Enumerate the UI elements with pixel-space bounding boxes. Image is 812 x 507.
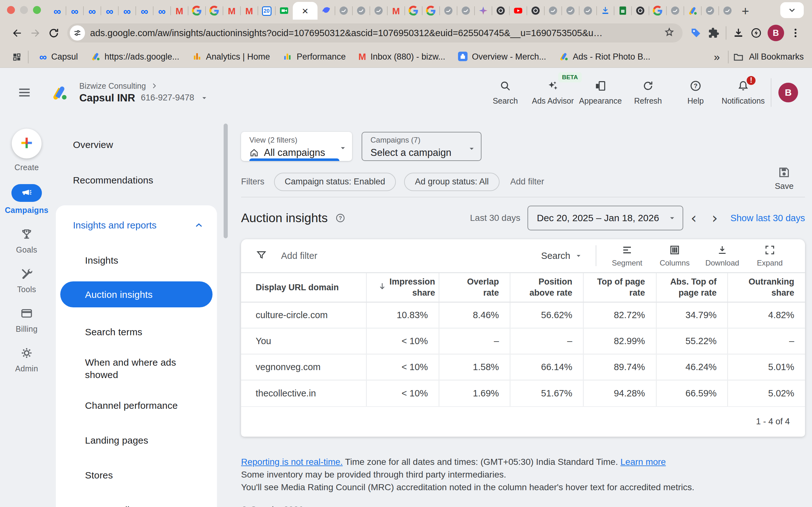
column-header[interactable]: Abs. Top of page rate <box>656 273 728 302</box>
rail-item-admin[interactable]: Admin <box>15 346 38 373</box>
bookmark-item[interactable]: ∞ Capsul <box>33 49 84 65</box>
browser-tab[interactable] <box>405 3 422 20</box>
previous-period-button[interactable]: ‹ <box>683 210 704 227</box>
address-bar[interactable]: ads.google.com/aw/insights/auctioninsigh… <box>67 23 682 43</box>
back-button[interactable] <box>8 24 26 42</box>
nav-sub-item-search-terms[interactable]: Search terms <box>56 321 217 342</box>
browser-tab[interactable] <box>527 3 544 20</box>
nav-sub-item-landing-pages[interactable]: Landing pages <box>56 430 217 451</box>
header-action-help[interactable]: ? Help <box>672 80 719 106</box>
nav-sub-item-auction-insights[interactable]: Auction insights <box>60 281 212 307</box>
browser-tab[interactable]: ∞ <box>118 3 136 20</box>
column-header[interactable]: Top of page rate <box>583 273 656 302</box>
browser-tab[interactable] <box>544 3 562 20</box>
browser-tab[interactable] <box>370 3 387 20</box>
active-tab[interactable]: × <box>293 2 317 20</box>
site-settings-icon[interactable] <box>70 25 85 41</box>
browser-tab[interactable] <box>422 3 440 20</box>
bookmark-star-icon[interactable] <box>664 26 675 39</box>
bookmark-item[interactable]: Overview - Merch... <box>452 49 553 65</box>
columns-button[interactable]: Columns <box>651 244 699 268</box>
nav-sub-item-channel-performance[interactable]: Channel performance <box>56 395 217 416</box>
rail-item-tools[interactable]: Tools <box>17 267 36 294</box>
browser-tab[interactable] <box>275 3 293 20</box>
browser-tab[interactable] <box>509 3 527 20</box>
browser-tab[interactable] <box>206 3 223 20</box>
bookmark-item[interactable]: https://ads.google... <box>84 49 186 65</box>
rail-item-campaigns[interactable]: Campaigns <box>5 184 48 215</box>
table-row[interactable]: thecollective.in< 10%1.69%51.67%94.28%66… <box>241 380 805 406</box>
browser-tab[interactable] <box>352 3 370 20</box>
bookmark-item[interactable]: Ads - Riot Photo B... <box>553 49 657 65</box>
browser-tab[interactable] <box>614 3 631 20</box>
browser-tab[interactable] <box>579 3 597 20</box>
nav-sub-item-report-editor[interactable]: Report editor <box>56 499 217 507</box>
browser-tab[interactable] <box>317 3 335 20</box>
browser-tab[interactable] <box>649 3 666 20</box>
browser-tab[interactable] <box>335 3 352 20</box>
table-search-button[interactable]: Search <box>541 250 583 261</box>
hamburger-menu-icon[interactable] <box>16 84 32 101</box>
manager-account-name[interactable]: Bizwize Consulting <box>79 81 146 91</box>
bookmark-item[interactable]: Performance <box>276 49 352 65</box>
help-circle-icon[interactable]: ? <box>335 213 345 223</box>
save-button[interactable]: Save <box>775 166 794 191</box>
all-bookmarks-button[interactable]: All Bookmarks <box>733 52 804 62</box>
breadcrumb[interactable]: Bizwize Consulting <box>79 81 209 91</box>
nav-scrollbar[interactable] <box>223 124 228 238</box>
rail-item-goals[interactable]: Goals <box>16 227 38 255</box>
browser-tab[interactable] <box>597 3 614 20</box>
browser-tab[interactable] <box>474 3 492 20</box>
browser-tab[interactable]: 20 <box>258 3 275 20</box>
browser-tab[interactable]: M <box>171 3 188 20</box>
table-row[interactable]: You< 10%––82.99%55.22%– <box>241 328 805 354</box>
nav-sub-item-stores[interactable]: Stores <box>56 464 217 486</box>
bookmark-item[interactable]: Analytics | Home <box>186 49 276 65</box>
next-period-button[interactable]: › <box>704 210 725 227</box>
nav-item-overview[interactable]: Overview <box>53 134 229 155</box>
show-last-30-days-link[interactable]: Show last 30 days <box>730 213 805 223</box>
browser-tab[interactable] <box>188 3 206 20</box>
browser-tab[interactable]: M <box>387 3 405 20</box>
new-tab-button[interactable]: + <box>736 3 755 20</box>
browser-tab[interactable]: M <box>241 3 258 20</box>
filter-funnel-icon[interactable] <box>256 249 267 262</box>
create-button[interactable] <box>12 129 42 158</box>
segment-button[interactable]: Segment <box>603 244 651 268</box>
campaign-select-dropdown[interactable]: Campaigns (7) Select a campaign <box>362 132 481 161</box>
browser-tab[interactable] <box>701 3 719 20</box>
browser-tab[interactable]: M <box>223 3 241 20</box>
browser-menu-button[interactable] <box>786 24 804 42</box>
browser-tab[interactable] <box>684 3 701 20</box>
learn-more-link[interactable]: Learn more <box>620 457 666 467</box>
browser-tab[interactable]: ∞ <box>66 3 84 20</box>
view-filter-dropdown[interactable]: View (2 filters) All campaigns <box>241 132 352 161</box>
extensions-puzzle-icon[interactable] <box>705 24 722 42</box>
browser-tab[interactable] <box>631 3 649 20</box>
browser-tab[interactable] <box>457 3 474 20</box>
browser-tab[interactable] <box>492 3 509 20</box>
nav-group-header[interactable]: Insights and reports <box>56 215 217 236</box>
tab-search-button[interactable] <box>780 2 804 18</box>
tag-extension-icon[interactable] <box>687 24 705 42</box>
performance-mode-icon[interactable] <box>747 24 765 42</box>
browser-profile-avatar[interactable]: B <box>768 25 784 41</box>
browser-tab[interactable]: ∞ <box>153 3 171 20</box>
reporting-link[interactable]: Reporting is not real-time. <box>241 457 343 467</box>
zoom-window-button[interactable] <box>33 6 41 14</box>
close-tab-icon[interactable]: × <box>302 5 308 16</box>
table-row[interactable]: culture-circle.com10.83%8.46%56.62%82.72… <box>241 302 805 328</box>
browser-tab[interactable]: ∞ <box>101 3 118 20</box>
rail-item-create[interactable]: Create <box>12 129 42 172</box>
apps-grid-icon[interactable] <box>8 52 26 62</box>
header-action-search[interactable]: Search <box>481 80 529 106</box>
date-range-picker[interactable]: Dec 20, 2025 – Jan 18, 2026 <box>527 206 683 230</box>
browser-tab[interactable] <box>666 3 684 20</box>
campaigns-active-pill[interactable] <box>11 184 42 202</box>
close-window-button[interactable] <box>7 6 15 14</box>
rail-item-billing[interactable]: Billing <box>16 306 38 334</box>
table-row[interactable]: vegnonveg.com< 10%1.58%66.14%89.74%46.24… <box>241 354 805 380</box>
nav-item-recommendations[interactable]: Recommendations <box>53 170 229 191</box>
column-header[interactable]: Overlap rate <box>439 273 510 302</box>
ad-group-status-chip[interactable]: Ad group status: All <box>404 173 500 191</box>
